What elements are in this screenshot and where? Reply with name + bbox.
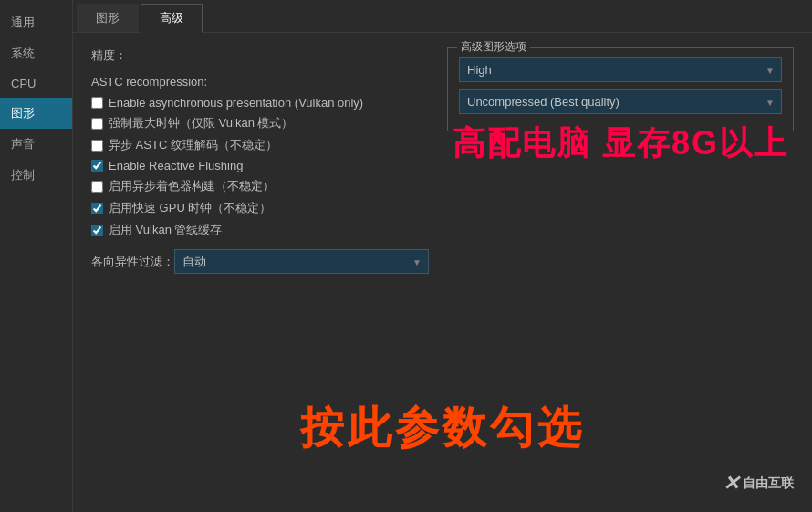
left-panel: 精度： ASTC recompression: Enable asynchron…: [91, 47, 429, 497]
advanced-section: 高级图形选项 High Medium Low Ultra ▼ Uncompres…: [447, 47, 794, 131]
right-panel: 高级图形选项 High Medium Low Ultra ▼ Uncompres…: [447, 47, 794, 497]
checkbox-row-reactive-flush: Enable Reactive Flushing: [91, 159, 429, 172]
checkbox-row-max-clock: 强制最大时钟（仅限 Vulkan 模式）: [91, 115, 429, 131]
sidebar-item-cpu[interactable]: CPU: [0, 69, 72, 98]
tab-advanced[interactable]: 高级: [141, 4, 203, 33]
checkbox-row-async-astc: 异步 ASTC 纹理解码（不稳定）: [91, 137, 429, 153]
checkbox-async-astc[interactable]: [91, 140, 103, 152]
checkbox-async-color[interactable]: [91, 181, 103, 193]
checkbox-label-async-color: 启用异步着色器构建（不稳定）: [109, 178, 275, 194]
checkbox-label-async-present: Enable asynchronous presentation (Vulkan…: [109, 96, 363, 110]
filter-label: 各向异性过滤：: [91, 254, 174, 270]
tab-graphics[interactable]: 图形: [77, 4, 139, 32]
checkbox-label-vulkan-pipeline: 启用 Vulkan 管线缓存: [109, 222, 223, 238]
precision-label: 精度：: [91, 47, 137, 64]
filter-select[interactable]: 自动 2x 4x 8x 16x: [174, 249, 429, 274]
checkbox-row-fast-gpu: 启用快速 GPU 时钟（不稳定）: [91, 200, 429, 216]
precision-row: 精度：: [91, 47, 429, 64]
checkbox-label-async-astc: 异步 ASTC 纹理解码（不稳定）: [109, 137, 277, 153]
quality-select[interactable]: High Medium Low Ultra: [459, 57, 782, 82]
filter-select-wrapper: 自动 2x 4x 8x 16x ▼: [174, 249, 429, 274]
checkbox-label-reactive-flush: Enable Reactive Flushing: [109, 159, 243, 172]
checkbox-fast-gpu[interactable]: [91, 203, 103, 214]
checkbox-row-vulkan-pipeline: 启用 Vulkan 管线缓存: [91, 222, 429, 238]
sidebar: 通用 系统 CPU 图形 声音 控制: [0, 0, 73, 512]
filter-row: 各向异性过滤： 自动 2x 4x 8x 16x ▼: [91, 249, 429, 274]
watermark-text: 自由互联: [743, 475, 794, 492]
sidebar-item-control[interactable]: 控制: [0, 160, 72, 191]
checkbox-vulkan-pipeline[interactable]: [91, 225, 103, 236]
sidebar-item-graphics[interactable]: 图形: [0, 98, 72, 129]
astc-label: ASTC recompression:: [91, 75, 429, 89]
checkbox-label-max-clock: 强制最大时钟（仅限 Vulkan 模式）: [109, 115, 294, 131]
texture-select[interactable]: Uncompressed (Best quality) Compressed A…: [459, 89, 782, 114]
checkbox-max-clock[interactable]: [91, 118, 103, 130]
sidebar-item-system[interactable]: 系统: [0, 38, 72, 69]
quality-select-wrapper: High Medium Low Ultra ▼: [459, 57, 782, 82]
watermark-x-icon: ✕: [723, 472, 739, 496]
sidebar-item-audio[interactable]: 声音: [0, 129, 72, 160]
overlay-text-top: 高配电脑 显存8G以上: [448, 121, 793, 166]
checkbox-row-async-color: 启用异步着色器构建（不稳定）: [91, 178, 429, 194]
texture-select-wrapper: Uncompressed (Best quality) Compressed A…: [459, 89, 782, 114]
sidebar-item-general[interactable]: 通用: [0, 7, 72, 38]
checkbox-row-async-present: Enable asynchronous presentation (Vulkan…: [91, 96, 429, 110]
watermark: ✕ 自由互联: [723, 472, 794, 496]
tab-bar: 图形 高级: [73, 0, 812, 33]
advanced-section-title: 高级图形选项: [457, 39, 530, 55]
checkbox-label-fast-gpu: 启用快速 GPU 时钟（不稳定）: [109, 200, 271, 216]
checkbox-reactive-flush[interactable]: [91, 160, 103, 172]
checkbox-async-present[interactable]: [91, 97, 103, 109]
main-panel: 图形 高级 精度： ASTC recompression: Enable asy…: [73, 0, 812, 512]
content-area: 精度： ASTC recompression: Enable asynchron…: [73, 33, 812, 512]
